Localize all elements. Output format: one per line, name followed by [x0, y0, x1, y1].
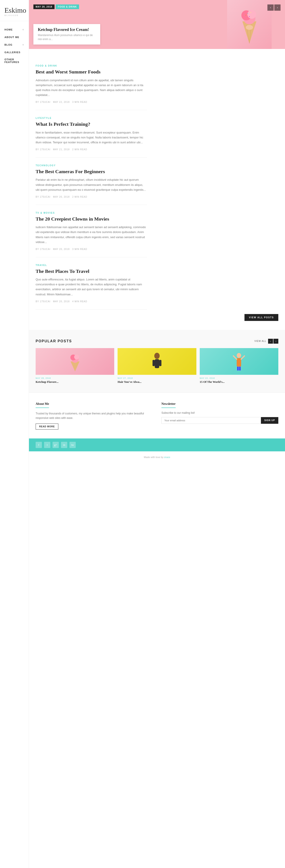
post-category[interactable]: FOOD & DRINK: [36, 65, 147, 67]
post-title[interactable]: Best and Worst Summer Foods: [36, 69, 147, 75]
popular-card-image-2: [118, 348, 196, 375]
post-read-time: 2 MIN READ: [73, 148, 87, 151]
popular-view-all-link[interactable]: VIEW ALL: [254, 340, 266, 342]
bottom-footer: Made with love by cruco: [29, 452, 285, 463]
post-read-time: 3 MIN READ: [73, 101, 87, 103]
content-wrapper: ⌕ ☰ MAY 28, 2018 FOOD & DRINK ‹ ›: [29, 0, 285, 463]
nav-item-galleries[interactable]: GALLERIES: [0, 49, 29, 56]
newsletter-widget-title: Newsletter: [162, 402, 176, 408]
popular-nav-arrows: ‹ ›: [268, 339, 278, 344]
main-nav: HOME + ABOUT ME BLOG + GALLERIES OTHER F…: [0, 26, 29, 66]
post-meta: BY 175UCAI MAY 20, 2018 4 MIN READ: [36, 300, 147, 303]
post-read-time: 3 MIN READ: [73, 248, 87, 250]
svg-rect-16: [155, 359, 159, 368]
twitter-icon[interactable]: t: [44, 442, 50, 448]
post-title[interactable]: The 20 Creepiest Clowns in Movies: [36, 216, 147, 222]
post-meta: BY 175UCAI MAY 22, 2018 3 MIN READ: [36, 101, 147, 103]
popular-header: POPULAR POSTS VIEW ALL ‹ ›: [36, 339, 278, 344]
logo-area: Eskimo BLOGGER: [0, 4, 29, 21]
logo-text[interactable]: Eskimo: [4, 7, 24, 14]
svg-rect-17: [152, 360, 155, 366]
popular-card-image-1: [36, 348, 114, 375]
hero-prev-button[interactable]: ‹: [267, 4, 274, 11]
read-more-button[interactable]: READ MORE: [36, 424, 58, 430]
nav-item-other[interactable]: OTHER FEATURES: [0, 56, 29, 66]
svg-rect-24: [239, 367, 241, 371]
hero-slider: MAY 28, 2018 FOOD & DRINK ‹ ›: [29, 0, 285, 49]
post-excerpt: Iudicem fidelissimae non appellat aut se…: [36, 225, 147, 244]
svg-point-5: [247, 10, 256, 19]
popular-card: MAY 22, 2018 15 Of The World's...: [200, 348, 278, 384]
post-title[interactable]: The Best Cameras For Beginners: [36, 168, 147, 175]
post-category[interactable]: TECHNOLOGY: [36, 164, 147, 167]
view-all-posts-button[interactable]: VIEW ALL POSTS: [245, 314, 278, 321]
popular-title[interactable]: Ketchup Flavore...: [36, 380, 114, 384]
post-read-time: 4 MIN READ: [73, 300, 87, 303]
popular-date: MAY 27, 2018: [118, 377, 196, 379]
svg-marker-0: [243, 21, 256, 43]
popular-card: MAY 27, 2018 Hair You've Alwa...: [118, 348, 196, 384]
popular-title[interactable]: Hair You've Alwa...: [118, 380, 196, 384]
post-author: BY 175UCAI: [36, 196, 51, 198]
instagram-icon[interactable]: in: [61, 442, 67, 448]
footer-widgets: About Me Trusted by thousands of custome…: [29, 393, 285, 439]
main-content: ⌕ ☰ MAY 28, 2018 FOOD & DRINK ‹ ›: [29, 0, 285, 463]
newsletter-email-input[interactable]: [162, 417, 261, 424]
post-item: TRAVEL The Best Places To Travel Quo aut…: [36, 257, 147, 310]
post-date: MAY 21, 2018: [53, 148, 69, 151]
popular-grid: MAY 28, 2018 Ketchup Flavore...: [36, 348, 278, 384]
hero-image: [227, 0, 272, 49]
popular-title[interactable]: 15 Of The World's...: [200, 380, 278, 384]
popular-next-button[interactable]: ›: [274, 339, 278, 344]
about-widget-title: About Me: [36, 402, 49, 408]
newsletter-form: SIGN UP: [162, 417, 278, 424]
popular-card: MAY 28, 2018 Ketchup Flavore...: [36, 348, 114, 384]
post-title[interactable]: What Is Perfect Training?: [36, 121, 147, 127]
googleplus-icon[interactable]: g+: [53, 442, 59, 448]
post-excerpt: Quo aute efflorescore, ita fugiat aliquo…: [36, 277, 147, 297]
social-bar: f t g+ in tw: [29, 438, 285, 452]
hero-category-tag[interactable]: FOOD & DRINK: [56, 4, 79, 9]
post-title[interactable]: The Best Places To Travel: [36, 268, 147, 275]
newsletter-signup-button[interactable]: SIGN UP: [261, 417, 278, 424]
popular-controls: VIEW ALL ‹ ›: [254, 339, 278, 344]
nav-item-home[interactable]: HOME +: [0, 26, 29, 34]
about-widget: About Me Trusted by thousands of custome…: [36, 402, 152, 430]
nav-item-blog[interactable]: BLOG +: [0, 41, 29, 49]
post-category[interactable]: TV & MOVIES: [36, 212, 147, 214]
svg-point-15: [154, 353, 160, 359]
post-date: MAY 22, 2018: [53, 101, 69, 103]
svg-line-22: [241, 356, 245, 359]
hero-next-button[interactable]: ›: [274, 4, 281, 11]
post-item: TV & MOVIES The 20 Creepiest Clowns in M…: [36, 205, 147, 257]
svg-rect-23: [237, 367, 239, 371]
nav-item-about[interactable]: ABOUT ME: [0, 34, 29, 41]
popular-prev-button[interactable]: ‹: [268, 339, 273, 344]
post-meta: BY 175UCAI MAY 21, 2018 2 MIN READ: [36, 148, 147, 151]
svg-line-21: [233, 356, 237, 359]
posts-container: FOOD & DRINK Best and Worst Summer Foods…: [29, 58, 285, 310]
sidebar: Eskimo BLOGGER HOME + ABOUT ME BLOG + GA…: [0, 0, 29, 463]
facebook-icon[interactable]: f: [36, 442, 42, 448]
post-category[interactable]: LIFESTYLE: [36, 117, 147, 119]
svg-point-10: [246, 25, 253, 30]
hero-caption: Ketchup Flavored Ice Cream! Mandaremus i…: [33, 24, 100, 44]
popular-section-title: POPULAR POSTS: [36, 339, 72, 343]
footer-brand-link[interactable]: cruco: [164, 456, 170, 459]
post-author: BY 175UCAI: [36, 248, 51, 250]
post-date: MAY 20, 2018: [53, 196, 69, 198]
tumblr-icon[interactable]: tw: [69, 442, 76, 448]
hero-date-tag: MAY 28, 2018: [33, 4, 55, 9]
post-category[interactable]: TRAVEL: [36, 264, 147, 267]
svg-point-14: [74, 354, 79, 360]
view-all-wrapper: VIEW ALL POSTS: [29, 310, 285, 330]
hero-tags: MAY 28, 2018 FOOD & DRINK: [33, 4, 79, 9]
popular-date: MAY 22, 2018: [200, 377, 278, 379]
post-excerpt: Admodum comprehenderit id non cillum ani…: [36, 78, 147, 97]
logo-sub: BLOGGER: [4, 14, 24, 17]
post-excerpt: Non in familiaritatem, esse mentitum des…: [36, 130, 147, 145]
hero-navigation: ‹ ›: [267, 4, 281, 11]
post-meta: BY 175UCAI MAY 20, 2018 3 MIN READ: [36, 248, 147, 250]
about-widget-text: Trusted by thousands of customers, my un…: [36, 411, 152, 421]
post-date: MAY 20, 2018: [53, 248, 69, 250]
